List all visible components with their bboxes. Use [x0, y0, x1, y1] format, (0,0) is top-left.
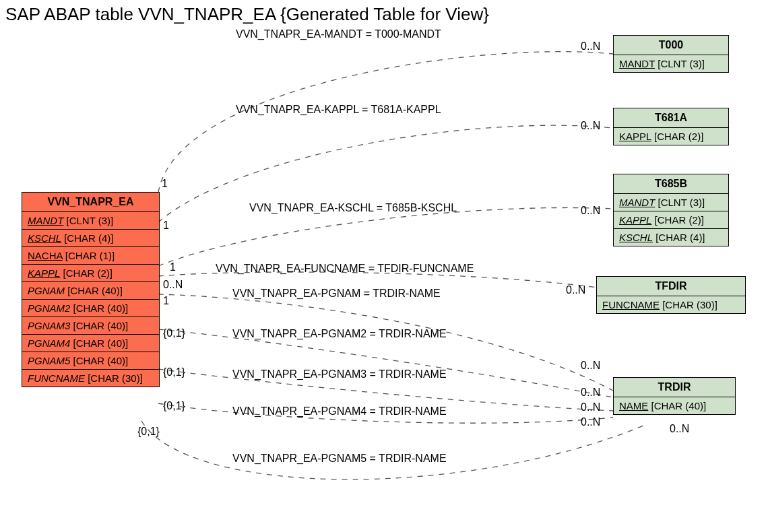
entity-field: PGNAM5 [CHAR (40)]	[22, 352, 159, 370]
entity-field: PGNAM4 [CHAR (40)]	[22, 335, 159, 352]
rel-label: VVN_TNAPR_EA-FUNCNAME = TFDIR-FUNCNAME	[216, 263, 474, 275]
cardinality: 0..N	[581, 360, 600, 372]
entity-field: MANDT [CLNT (3)]	[614, 194, 728, 211]
entity-header: TFDIR	[597, 277, 745, 296]
entity-field: FUNCNAME [CHAR (30)]	[597, 296, 745, 313]
cardinality: 0..N	[581, 401, 600, 413]
entity-main: VVN_TNAPR_EA MANDT [CLNT (3)]KSCHL [CHAR…	[22, 192, 160, 387]
cardinality: 0..N	[581, 40, 600, 53]
diagram-title: SAP ABAP table VVN_TNAPR_EA {Generated T…	[5, 4, 489, 25]
cardinality: 0..N	[670, 423, 689, 435]
cardinality: 1	[162, 178, 168, 190]
cardinality: 1	[163, 220, 169, 232]
rel-label: VVN_TNAPR_EA-KAPPL = T681A-KAPPL	[236, 104, 441, 116]
rel-label: VVN_TNAPR_EA-KSCHL = T685B-KSCHL	[249, 202, 457, 214]
cardinality: 0..N	[566, 284, 585, 296]
cardinality: 0..N	[581, 416, 600, 428]
entity-field: KSCHL [CHAR (4)]	[614, 229, 728, 246]
entity-field: PGNAM [CHAR (40)]	[22, 282, 159, 300]
entity-trdir: TRDIR NAME [CHAR (40)]	[613, 377, 736, 415]
entity-main-header: VVN_TNAPR_EA	[22, 193, 159, 212]
entity-field: PGNAM3 [CHAR (40)]	[22, 317, 159, 335]
entity-field: NAME [CHAR (40)]	[614, 397, 735, 414]
rel-label: VVN_TNAPR_EA-MANDT = T000-MANDT	[236, 28, 441, 40]
cardinality: 0..N	[581, 387, 600, 399]
cardinality: {0,1}	[163, 327, 185, 339]
entity-field: KAPPL [CHAR (2)]	[614, 128, 728, 145]
rel-label: VVN_TNAPR_EA-PGNAM5 = TRDIR-NAME	[232, 453, 447, 465]
entity-t000: T000 MANDT [CLNT (3)]	[613, 35, 729, 73]
entity-t685b: T685B MANDT [CLNT (3)] KAPPL [CHAR (2)] …	[613, 174, 729, 246]
entity-field: MANDT [CLNT (3)]	[22, 212, 159, 230]
cardinality: 1	[170, 261, 176, 273]
entity-field: NACHA [CHAR (1)]	[22, 247, 159, 265]
rel-label: VVN_TNAPR_EA-PGNAM2 = TRDIR-NAME	[232, 328, 447, 340]
entity-field: KAPPL [CHAR (2)]	[22, 265, 159, 282]
entity-header: T681A	[614, 108, 728, 128]
er-diagram: SAP ABAP table VVN_TNAPR_EA {Generated T…	[0, 0, 768, 532]
rel-label: VVN_TNAPR_EA-PGNAM = TRDIR-NAME	[232, 288, 441, 300]
cardinality: {0,1}	[163, 366, 185, 378]
rel-label: VVN_TNAPR_EA-PGNAM3 = TRDIR-NAME	[232, 368, 447, 380]
cardinality: 0..N	[163, 279, 183, 291]
rel-label: VVN_TNAPR_EA-PGNAM4 = TRDIR-NAME	[232, 405, 447, 418]
cardinality: {0,1}	[163, 400, 185, 412]
entity-field: MANDT [CLNT (3)]	[614, 55, 728, 72]
entity-header: T685B	[614, 174, 728, 194]
cardinality: 0..N	[581, 205, 600, 217]
entity-tfdir: TFDIR FUNCNAME [CHAR (30)]	[596, 276, 746, 314]
entity-header: T000	[614, 36, 728, 55]
entity-field: PGNAM2 [CHAR (40)]	[22, 300, 159, 317]
entity-header: TRDIR	[614, 378, 735, 397]
entity-field: KSCHL [CHAR (4)]	[22, 230, 159, 247]
entity-field: FUNCNAME [CHAR (30)]	[22, 370, 159, 387]
cardinality: {0,1}	[137, 426, 160, 438]
cardinality: 0..N	[581, 120, 600, 132]
entity-t681a: T681A KAPPL [CHAR (2)]	[613, 108, 729, 145]
cardinality: 1	[163, 295, 169, 307]
entity-field: KAPPL [CHAR (2)]	[614, 211, 728, 229]
